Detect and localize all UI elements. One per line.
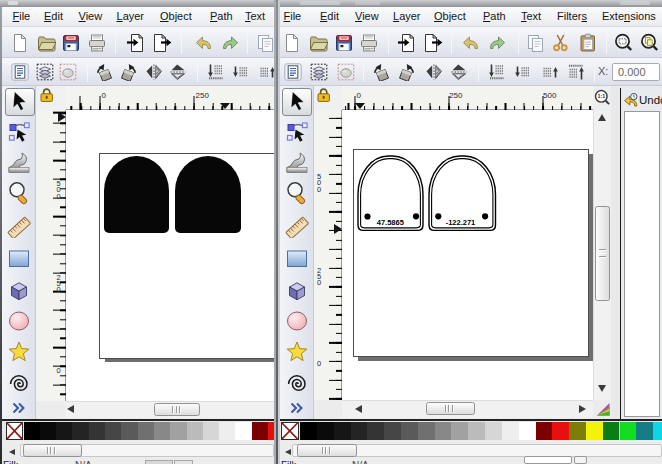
svg-text:47.5865: 47.5865: [376, 218, 403, 227]
svg-text:1:1: 1:1: [597, 93, 605, 99]
svg-text:-122.271: -122.271: [445, 218, 475, 227]
